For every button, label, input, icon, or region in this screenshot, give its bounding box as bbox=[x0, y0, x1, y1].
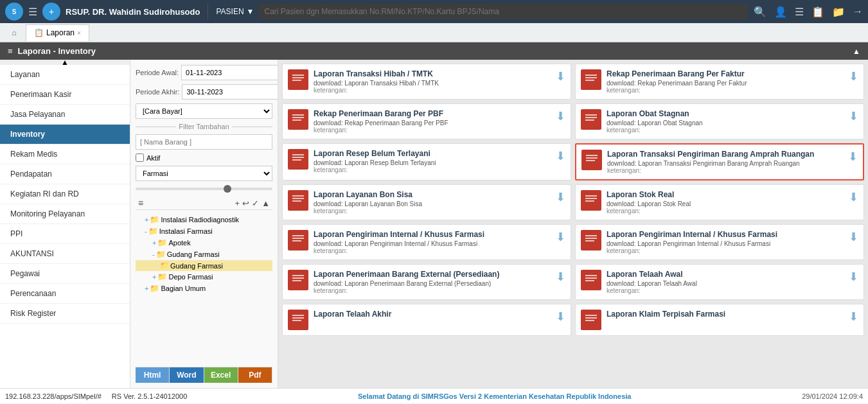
report-card-9[interactable]: Laporan Pengiriman Internal / Khusus Far… bbox=[282, 224, 571, 260]
report-card-8[interactable]: Laporan Stok Real download: Laporan Stok… bbox=[575, 184, 864, 220]
sidebar-item-pegawai[interactable]: Pegawai bbox=[0, 264, 130, 284]
svg-rect-39 bbox=[585, 240, 594, 242]
svg-rect-49 bbox=[292, 315, 304, 316]
tree-add-icon[interactable]: + bbox=[235, 198, 240, 208]
nama-barang-input[interactable] bbox=[136, 134, 272, 150]
sidebar-item-inventory[interactable]: Inventory bbox=[0, 125, 130, 145]
periode-akhir-input-wrapper: 📅 bbox=[182, 84, 278, 100]
sidebar-item-kegiatan-ri[interactable]: Kegiatan RI dan RD bbox=[0, 184, 130, 204]
report-download-action-12[interactable]: ⬇ bbox=[849, 270, 858, 284]
tree-list-icon[interactable]: ≡ bbox=[138, 198, 143, 208]
filter-panel: Periode Awal: 📅 Periode Akhir: 📅 [Cara B… bbox=[130, 60, 278, 388]
main-layout: ▲ Layanan Penerimaan Kasir Jasa Pelayana… bbox=[0, 60, 868, 388]
report-download-action-11[interactable]: ⬇ bbox=[556, 270, 565, 284]
folder-icon: 📁 bbox=[150, 215, 159, 224]
report-download-action-13[interactable]: ⬇ bbox=[556, 310, 565, 324]
report-download-action-1[interactable]: ⬇ bbox=[556, 69, 565, 83]
home-tab[interactable]: ⌂ bbox=[5, 24, 23, 42]
report-download-action-5[interactable]: ⬇ bbox=[556, 149, 565, 163]
tree-item-radiodiagnostik[interactable]: + 📁 Instalasi Radiodiagnostik bbox=[136, 214, 272, 225]
tree-item-bagian-umum[interactable]: + 📁 Bagian Umum bbox=[136, 283, 272, 294]
cara-bayar-select[interactable]: [Cara Bayar] bbox=[136, 103, 272, 119]
report-download-action-6[interactable]: ⬇ bbox=[848, 150, 858, 164]
sidebar-item-akuntansi[interactable]: AKUNTANSI bbox=[0, 244, 130, 264]
report-icon-4 bbox=[581, 109, 601, 130]
report-download-action-10[interactable]: ⬇ bbox=[849, 230, 858, 244]
sidebar: ▲ Layanan Penerimaan Kasir Jasa Pelayana… bbox=[0, 60, 130, 388]
sidebar-item-penerimaan-kasir[interactable]: Penerimaan Kasir bbox=[0, 85, 130, 105]
tree-toolbar: ≡ + ↩ ✓ ▲ bbox=[136, 197, 272, 210]
tree-scroll-up-icon[interactable]: ▲ bbox=[261, 198, 270, 208]
report-download-action-9[interactable]: ⬇ bbox=[556, 230, 565, 244]
add-user-icon[interactable]: 👤 bbox=[774, 6, 787, 18]
section-menu-icon[interactable]: ≡ bbox=[8, 46, 13, 56]
tree-item-farmasi[interactable]: - 📁 Instalasi Farmasi bbox=[136, 225, 272, 237]
report-info-5: Laporan Resep Belum Terlayani download: … bbox=[314, 149, 551, 173]
report-download-action-4[interactable]: ⬇ bbox=[849, 109, 858, 123]
pasien-selector[interactable]: PASIEN ▼ bbox=[216, 7, 254, 16]
tree-item-gudang-farmasi-parent[interactable]: - 📁 Gudang Farmasi bbox=[136, 249, 272, 260]
menu-icon[interactable]: ☰ bbox=[795, 6, 804, 18]
periode-akhir-input[interactable] bbox=[182, 85, 278, 99]
periode-akhir-row: Periode Akhir: 📅 bbox=[136, 84, 272, 100]
report-card-7[interactable]: Laporan Layanan Bon Sisa download: Lapor… bbox=[282, 184, 571, 220]
report-download-action-2[interactable]: ⬇ bbox=[849, 69, 858, 83]
report-card-5[interactable]: Laporan Resep Belum Terlayani download: … bbox=[282, 143, 571, 180]
report-download-action-8[interactable]: ⬇ bbox=[849, 190, 858, 204]
filter-slider[interactable] bbox=[136, 188, 272, 190]
report-card-10[interactable]: Laporan Pengiriman Internal / Khusus Far… bbox=[575, 224, 864, 260]
report-download-12: download: Laporan Telaah Awal bbox=[607, 280, 844, 287]
periode-awal-input[interactable] bbox=[182, 66, 278, 80]
hamburger-icon[interactable]: ☰ bbox=[28, 6, 37, 18]
tree-check-icon[interactable]: ✓ bbox=[252, 198, 259, 208]
report-download-action-3[interactable]: ⬇ bbox=[556, 109, 565, 123]
document-icon[interactable]: 📋 bbox=[811, 6, 824, 18]
report-card-12[interactable]: Laporan Telaah Awal download: Laporan Te… bbox=[575, 264, 864, 300]
report-card-11[interactable]: Laporan Penerimaan Barang External (Pers… bbox=[282, 264, 571, 300]
logout-icon[interactable]: → bbox=[853, 6, 863, 18]
report-card-1[interactable]: Laporan Transaksi Hibah / TMTK download:… bbox=[282, 64, 571, 100]
pdf-button[interactable]: Pdf bbox=[238, 367, 272, 383]
laporan-tab[interactable]: 📋 Laporan × bbox=[26, 24, 89, 41]
section-title: Laporan - Inventory bbox=[18, 46, 96, 56]
tab-bar: ⌂ 📋 Laporan × bbox=[0, 23, 868, 42]
report-info-2: Rekap Penerimaan Barang Per Faktur downl… bbox=[607, 69, 844, 94]
word-button[interactable]: Word bbox=[170, 367, 204, 383]
search-input[interactable] bbox=[259, 4, 748, 19]
search-icon[interactable]: 🔍 bbox=[754, 6, 766, 18]
sidebar-scroll-up[interactable]: ▲ bbox=[0, 60, 130, 65]
report-download-11: download: Laporan Penerimaan Barang Exte… bbox=[314, 280, 551, 287]
tree-item-depo-farmasi[interactable]: + 📁 Depo Farmasi bbox=[136, 271, 272, 283]
sidebar-item-layanan[interactable]: Layanan bbox=[0, 65, 130, 85]
sidebar-item-rekam-medis[interactable]: Rekam Medis bbox=[0, 145, 130, 164]
report-card-13[interactable]: Laporan Telaah Akhir ⬇ bbox=[282, 304, 571, 336]
tab-close-button[interactable]: × bbox=[77, 30, 81, 37]
html-button[interactable]: Html bbox=[136, 367, 170, 383]
svg-rect-51 bbox=[292, 320, 301, 321]
excel-button[interactable]: Excel bbox=[204, 367, 238, 383]
report-card-2[interactable]: Rekap Penerimaan Barang Per Faktur downl… bbox=[575, 64, 864, 100]
sidebar-item-jasa-pelayanan[interactable]: Jasa Pelayanan bbox=[0, 105, 130, 125]
tree-item-gudang-farmasi-selected[interactable]: 📁 Gudang Farmasi bbox=[136, 260, 272, 271]
report-download-action-7[interactable]: ⬇ bbox=[556, 190, 565, 204]
report-card-14[interactable]: Laporan Klaim Terpisah Farmasi ⬇ bbox=[575, 304, 864, 336]
report-card-3[interactable]: Rekap Penerimaan Barang Per PBF download… bbox=[282, 103, 571, 139]
sidebar-item-risk-register[interactable]: Risk Register bbox=[0, 304, 130, 324]
divider bbox=[208, 4, 208, 19]
report-card-4[interactable]: Laporan Obat Stagnan download: Laporan O… bbox=[575, 103, 864, 139]
hospital-logo-icon: + bbox=[42, 3, 60, 21]
section-expand-icon[interactable]: ▲ bbox=[853, 47, 860, 56]
aktif-checkbox[interactable] bbox=[136, 154, 144, 162]
report-card-6[interactable]: Laporan Transaksi Pengiriman Barang Ampr… bbox=[575, 143, 864, 180]
tree-refresh-icon[interactable]: ↩ bbox=[242, 198, 249, 208]
report-download-action-14[interactable]: ⬇ bbox=[849, 310, 858, 324]
sidebar-item-pendapatan[interactable]: Pendapatan bbox=[0, 164, 130, 184]
report-info-6: Laporan Transaksi Pengiriman Barang Ampr… bbox=[607, 150, 843, 174]
slider-thumb[interactable] bbox=[224, 185, 231, 193]
tree-item-apotek[interactable]: + 📁 Apotek bbox=[136, 237, 272, 249]
sidebar-item-ppi[interactable]: PPI bbox=[0, 224, 130, 244]
folder-icon[interactable]: 📁 bbox=[832, 6, 845, 18]
sidebar-item-perencanaan[interactable]: Perencanaan bbox=[0, 284, 130, 304]
unit-select[interactable]: Farmasi bbox=[136, 166, 272, 181]
sidebar-item-monitoring[interactable]: Monitoring Pelayanan bbox=[0, 204, 130, 224]
